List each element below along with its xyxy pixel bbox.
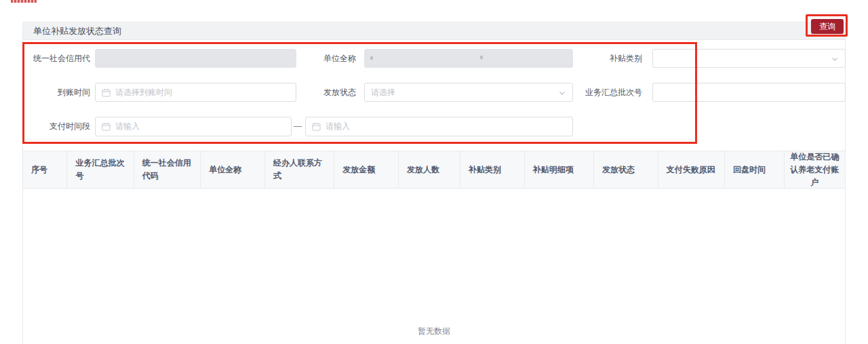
- grant-status-label: 发放状态: [275, 83, 356, 102]
- column-header-seq: 序号: [23, 151, 67, 188]
- arrival-time-placeholder: 请选择到账时间: [115, 87, 172, 98]
- column-header-amount: 发放金额: [334, 151, 399, 188]
- table-header-row: 序号 业务汇总批次号 统一社会信用代码 单位全称 经办人联系方式 发放金额 发放…: [23, 151, 845, 189]
- pay-period-end-placeholder: 请输入: [326, 121, 350, 132]
- pay-period-start-datepicker[interactable]: 请输入: [95, 117, 292, 136]
- arrival-time-datepicker[interactable]: 请选择到账时间: [95, 83, 296, 102]
- page: 单位补贴发放状态查询 统一社会信用代 单位全称 补贴类别 到账时间 请选择到账时…: [0, 0, 868, 344]
- unit-name-input[interactable]: [364, 49, 573, 68]
- column-header-headcount: 发放人数: [399, 151, 460, 188]
- batch-no-label: 业务汇总批次号: [561, 83, 642, 102]
- subsidy-type-select[interactable]: [652, 49, 846, 68]
- results-table: 序号 业务汇总批次号 统一社会信用代码 单位全称 经办人联系方式 发放金额 发放…: [23, 151, 845, 343]
- column-header-grant-status: 发放状态: [594, 151, 658, 188]
- column-header-pension-confirm: 单位是否已确认养老支付账户: [785, 151, 845, 188]
- credit-code-input[interactable]: [95, 49, 296, 68]
- calendar-icon: [102, 88, 111, 97]
- unit-name-label: 单位全称: [275, 49, 356, 68]
- credit-code-label: 统一社会信用代: [9, 49, 90, 68]
- calendar-icon: [312, 122, 321, 131]
- pay-period-start-placeholder: 请输入: [115, 121, 140, 132]
- period-separator: —: [294, 117, 302, 136]
- column-header-contact: 经办人联系方式: [265, 151, 334, 188]
- panel-header: 单位补贴发放状态查询: [23, 22, 845, 40]
- pay-period-label: 支付时间段: [9, 117, 90, 136]
- empty-state-text: 暂无数据: [23, 326, 845, 337]
- grant-status-placeholder: 请选择: [371, 87, 395, 98]
- column-header-credit-code: 统一社会信用代码: [134, 151, 201, 188]
- column-header-fail-reason: 支付失败原因: [658, 151, 725, 188]
- table-body: 暂无数据: [23, 189, 845, 343]
- arrival-time-label: 到账时间: [9, 83, 90, 102]
- batch-no-input-wrap: [652, 83, 846, 102]
- column-header-subsidy-type: 补贴类别: [460, 151, 525, 188]
- chevron-down-icon: [831, 55, 839, 63]
- grant-status-select[interactable]: 请选择: [364, 83, 573, 102]
- batch-no-input[interactable]: [659, 88, 839, 97]
- column-header-subsidy-detail: 补贴明细项: [525, 151, 594, 188]
- pay-period-end-datepicker[interactable]: 请输入: [305, 117, 573, 136]
- column-header-return-time: 回盘时间: [725, 151, 784, 188]
- calendar-icon: [102, 122, 111, 131]
- redacted-mark: [370, 56, 373, 60]
- clipped-red-text-fragment: [11, 0, 37, 3]
- column-header-unit-name: 单位全称: [201, 151, 265, 188]
- column-header-batch-no: 业务汇总批次号: [67, 151, 134, 188]
- page-title: 单位补贴发放状态查询: [33, 25, 121, 37]
- redacted-mark: [480, 56, 483, 59]
- query-button[interactable]: 查询: [811, 19, 844, 34]
- subsidy-type-label: 补贴类别: [561, 49, 642, 68]
